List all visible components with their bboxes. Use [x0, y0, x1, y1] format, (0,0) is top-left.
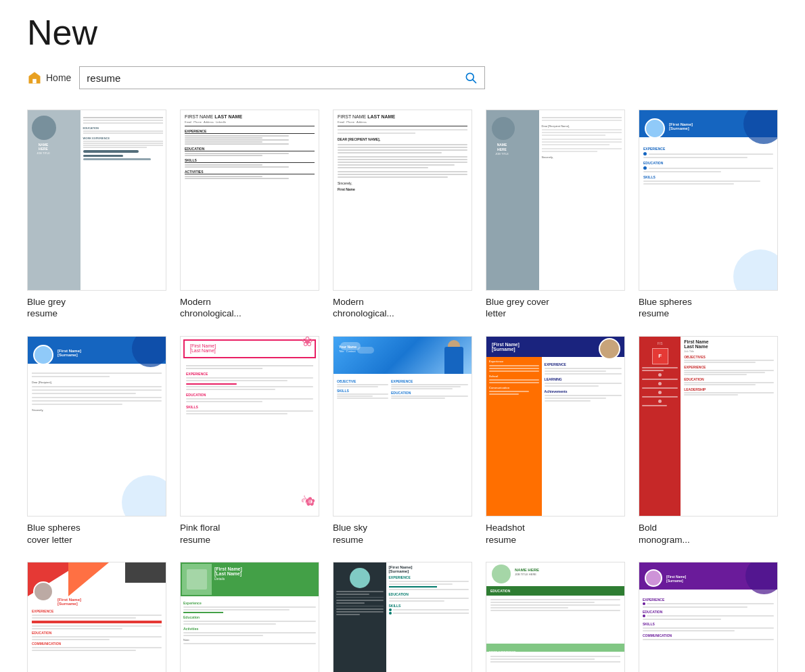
template-blue-grey-cover[interactable]: NAMEHEREJOB TITLE Dear [Recipient Name],…	[486, 110, 625, 320]
template-label: Blue sky resume	[333, 522, 472, 546]
template-label: Blue spheres resume	[639, 296, 778, 320]
template-thumb: ❀ ✿ ❧ [First Name][Last Name] EXPERIENCE…	[180, 336, 319, 517]
svg-rect-0	[32, 79, 37, 83]
template-blue-spheres-resume[interactable]: [First Name][Surname] EXPERIENCE EDUCATI…	[639, 110, 778, 320]
home-label: Home	[46, 72, 71, 83]
template-label: Modern chronological...	[180, 296, 319, 320]
template-label: Pink floral resume	[180, 522, 319, 546]
template-dark-teal[interactable]: [First Name][Surname] EXPERIENCE EDUCATI…	[333, 562, 472, 672]
template-thumb: FIRST NAME LAST NAME Email · Phone · Add…	[333, 110, 472, 291]
search-button[interactable]	[457, 67, 484, 89]
template-green-bold[interactable]: [First Name][Last Name]Details Experienc…	[180, 562, 319, 672]
home-button[interactable]: Home	[27, 70, 71, 85]
template-label: Headshot resume	[486, 522, 625, 546]
template-red-geometric[interactable]: [First Name][Surname] EXPERIENCE EDUCATI…	[27, 562, 166, 672]
template-thumb: NAME HEREJOB TITLE HERE EDUCATION WORK E…	[486, 562, 625, 672]
home-icon	[27, 70, 42, 85]
template-label: Blue grey resume	[27, 296, 166, 320]
template-thumb: [First Name][Surname] Dear [Recipient], …	[27, 336, 166, 517]
template-thumb: F/S F First NameLast Name Job Title	[639, 336, 778, 517]
template-blue-sky[interactable]: Your NameTitle · Contact OBJECTIVE SKILL…	[333, 336, 472, 546]
template-thumb: [First Name][Surname] EXPERIENCE EDUCATI…	[27, 562, 166, 672]
template-thumb: NAMEHEREJOB TITLE EDUCATION WORK EXPERIE…	[27, 110, 166, 291]
template-purple-spheres[interactable]: [First Name][Surname] EXPERIENCE EDUCATI…	[639, 562, 778, 672]
template-label: Bold monogram...	[639, 522, 778, 546]
templates-grid: NAMEHEREJOB TITLE EDUCATION WORK EXPERIE…	[0, 103, 805, 672]
svg-line-2	[473, 80, 476, 83]
template-blue-grey-resume[interactable]: NAMEHEREJOB TITLE EDUCATION WORK EXPERIE…	[27, 110, 166, 320]
template-thumb: FIRST NAME LAST NAME Email · Phone · Add…	[180, 110, 319, 291]
search-input[interactable]	[80, 68, 457, 88]
search-icon	[464, 71, 478, 85]
template-thumb: Your NameTitle · Contact OBJECTIVE SKILL…	[333, 336, 472, 517]
template-headshot-resume[interactable]: [First Name][Surname] Experience School …	[486, 336, 625, 546]
template-thumb: [First Name][Last Name]Details Experienc…	[180, 562, 319, 672]
template-label: Blue spheres cover letter	[27, 522, 166, 546]
search-area: Home	[0, 59, 805, 103]
template-thumb: [First Name][Surname] EXPERIENCE EDUCATI…	[333, 562, 472, 672]
template-thumb: [First Name][Surname] Experience School …	[486, 336, 625, 517]
template-thumb: [First Name][Surname] EXPERIENCE EDUCATI…	[639, 110, 778, 291]
search-container	[79, 66, 485, 89]
template-thumb: [First Name][Surname] EXPERIENCE EDUCATI…	[639, 562, 778, 672]
template-pink-floral[interactable]: ❀ ✿ ❧ [First Name][Last Name] EXPERIENCE…	[180, 336, 319, 546]
template-label: Modern chronological...	[333, 296, 472, 320]
template-bold-monogram[interactable]: F/S F First NameLast Name Job Title	[639, 336, 778, 546]
page-title: New	[0, 0, 805, 59]
template-label: Blue grey cover letter	[486, 296, 625, 320]
template-blue-spheres-cover[interactable]: [First Name][Surname] Dear [Recipient], …	[27, 336, 166, 546]
template-modern-chron-1[interactable]: FIRST NAME LAST NAME Email · Phone · Add…	[180, 110, 319, 320]
template-green-educ[interactable]: NAME HEREJOB TITLE HERE EDUCATION WORK E…	[486, 562, 625, 672]
template-modern-chron-2[interactable]: FIRST NAME LAST NAME Email · Phone · Add…	[333, 110, 472, 320]
template-thumb: NAMEHEREJOB TITLE Dear [Recipient Name],…	[486, 110, 625, 291]
